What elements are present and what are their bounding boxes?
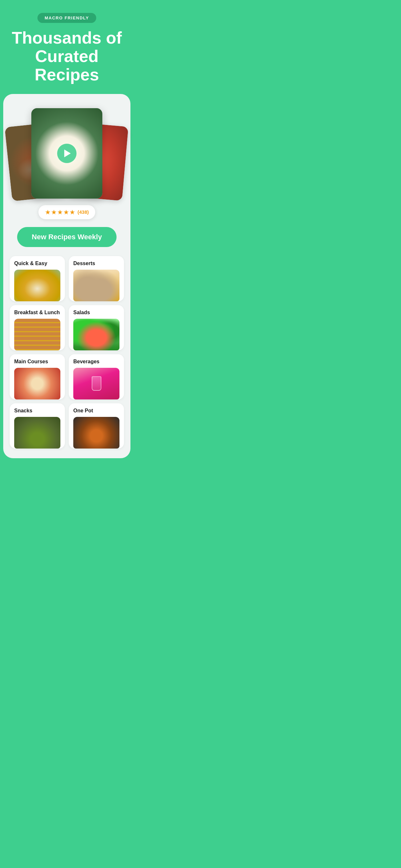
category-image-beverages: [73, 368, 120, 399]
rating-badge: ★★★★★ (438): [38, 205, 95, 219]
beverage-cup-icon: [92, 376, 101, 391]
category-image-breakfast-lunch: [14, 319, 60, 350]
category-title-desserts: Desserts: [73, 260, 120, 267]
category-card-main-courses[interactable]: Main Courses: [10, 354, 65, 399]
star-rating: ★★★★★: [45, 208, 75, 216]
category-card-desserts[interactable]: Desserts: [69, 256, 124, 301]
play-button[interactable]: [57, 144, 76, 163]
category-image-quick-easy: [14, 270, 60, 301]
category-title-quick-easy: Quick & Easy: [14, 260, 60, 267]
header-section: MACRO FRIENDLY Thousands of Curated Reci…: [0, 0, 134, 94]
category-card-quick-easy[interactable]: Quick & Easy: [10, 256, 65, 301]
main-card: ★★★★★ (438) New Recipes Weekly Quick & E…: [3, 94, 130, 458]
category-title-snacks: Snacks: [14, 408, 60, 414]
category-image-desserts: [73, 270, 120, 301]
category-title-salads: Salads: [73, 310, 120, 315]
recipe-carousel: [8, 102, 125, 198]
category-image-main-courses: [14, 368, 60, 399]
recipe-card-center[interactable]: [31, 108, 102, 198]
category-title-breakfast-lunch: Breakfast & Lunch: [14, 310, 60, 315]
category-card-one-pot[interactable]: One Pot: [69, 403, 124, 448]
rating-count: (438): [78, 209, 89, 215]
play-icon: [64, 150, 71, 157]
category-image-one-pot: [73, 417, 120, 448]
category-image-salads: [73, 319, 120, 350]
category-card-snacks[interactable]: Snacks: [10, 403, 65, 448]
hero-title: Thousands of Curated Recipes: [10, 29, 124, 84]
category-title-main-courses: Main Courses: [14, 359, 60, 365]
category-card-breakfast-lunch[interactable]: Breakfast & Lunch: [10, 305, 65, 350]
category-card-beverages[interactable]: Beverages: [69, 354, 124, 399]
category-title-one-pot: One Pot: [73, 408, 120, 414]
categories-grid: Quick & Easy Desserts Breakfast & Lunch …: [8, 256, 125, 448]
new-recipes-button[interactable]: New Recipes Weekly: [17, 227, 117, 247]
category-title-beverages: Beverages: [73, 359, 120, 365]
category-card-salads[interactable]: Salads: [69, 305, 124, 350]
category-image-snacks: [14, 417, 60, 448]
macro-badge: MACRO FRIENDLY: [37, 13, 96, 23]
